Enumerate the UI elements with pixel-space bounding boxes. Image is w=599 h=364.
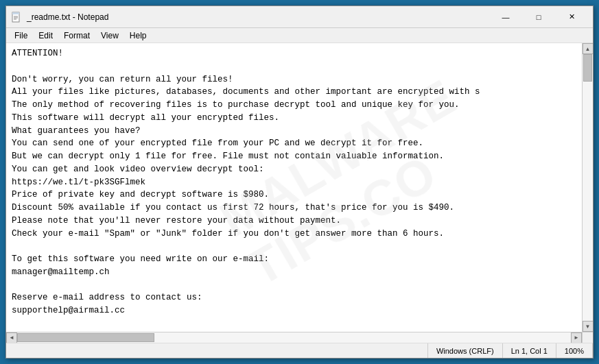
scroll-right-button[interactable]: ►: [571, 332, 582, 343]
scroll-left-button[interactable]: ◄: [6, 332, 17, 343]
text-editor[interactable]: [6, 43, 582, 332]
text-container: ▲ ▼: [6, 43, 593, 332]
zoom-label: 100%: [565, 347, 584, 355]
svg-rect-1: [12, 12, 19, 14]
scrollbar-vertical: ▲ ▼: [582, 43, 593, 332]
scroll-track-vertical[interactable]: [583, 54, 593, 321]
notepad-window: _readme.txt - Notepad — □ ✕ File Edit Fo…: [5, 5, 594, 359]
scrollbar-corner: [582, 332, 593, 343]
title-bar: _readme.txt - Notepad — □ ✕: [6, 6, 593, 28]
status-bar: Windows (CRLF) Ln 1, Col 1 100%: [6, 343, 593, 358]
menu-bar: File Edit Format View Help: [6, 28, 593, 43]
status-encoding: Windows (CRLF): [428, 343, 503, 358]
encoding-label: Windows (CRLF): [436, 347, 494, 355]
scroll-down-button[interactable]: ▼: [583, 321, 594, 332]
scroll-up-button[interactable]: ▲: [583, 43, 594, 54]
menu-edit[interactable]: Edit: [33, 29, 58, 42]
window-title: _readme.txt - Notepad: [27, 12, 490, 22]
menu-file[interactable]: File: [9, 29, 33, 42]
line-col-label: Ln 1, Col 1: [511, 347, 548, 355]
app-icon: [12, 12, 23, 23]
status-blank: [6, 343, 428, 358]
text-area-wrapper: [6, 43, 582, 332]
status-line-col: Ln 1, Col 1: [503, 343, 556, 358]
status-zoom: 100%: [556, 343, 593, 358]
scroll-track-horizontal[interactable]: [17, 332, 571, 343]
minimize-button[interactable]: —: [490, 8, 521, 27]
menu-format[interactable]: Format: [58, 29, 95, 42]
scroll-thumb-vertical[interactable]: [583, 54, 592, 82]
window-controls: — □ ✕: [490, 8, 587, 27]
menu-view[interactable]: View: [95, 29, 124, 42]
scroll-thumb-horizontal[interactable]: [17, 333, 154, 342]
menu-help[interactable]: Help: [124, 29, 152, 42]
scrollbar-horizontal-container: ◄ ►: [6, 332, 593, 343]
close-button[interactable]: ✕: [556, 8, 587, 27]
maximize-button[interactable]: □: [523, 8, 554, 27]
